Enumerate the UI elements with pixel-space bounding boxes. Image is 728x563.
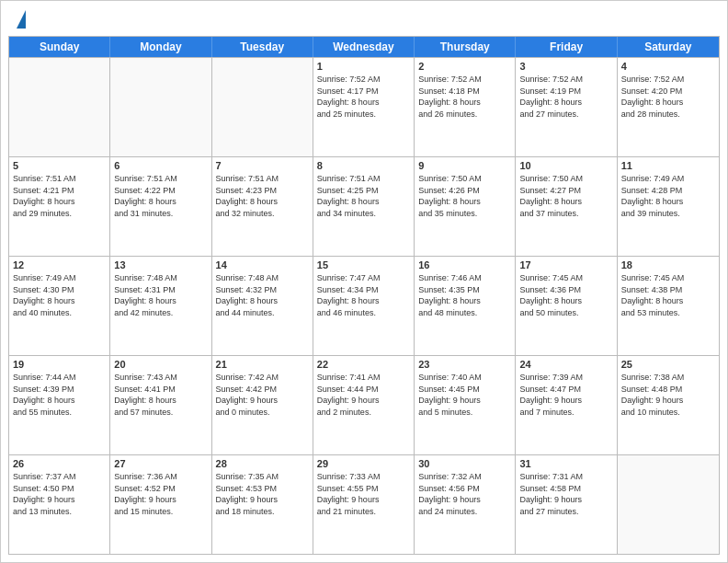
cal-cell: 1Sunrise: 7:52 AM Sunset: 4:17 PM Daylig…	[313, 58, 415, 156]
day-number: 17	[519, 259, 612, 270]
cal-header-saturday: Saturday	[618, 37, 719, 57]
day-info: Sunrise: 7:50 AM Sunset: 4:26 PM Dayligh…	[418, 173, 511, 219]
cal-cell: 12Sunrise: 7:49 AM Sunset: 4:30 PM Dayli…	[9, 257, 110, 355]
day-number: 24	[519, 359, 612, 370]
cal-cell: 17Sunrise: 7:45 AM Sunset: 4:36 PM Dayli…	[516, 257, 617, 355]
cal-cell: 3Sunrise: 7:52 AM Sunset: 4:19 PM Daylig…	[516, 58, 617, 156]
day-info: Sunrise: 7:47 AM Sunset: 4:34 PM Dayligh…	[317, 272, 410, 318]
day-number: 26	[13, 458, 106, 469]
day-info: Sunrise: 7:33 AM Sunset: 4:55 PM Dayligh…	[317, 471, 410, 517]
cal-cell: 26Sunrise: 7:37 AM Sunset: 4:50 PM Dayli…	[9, 455, 110, 554]
day-info: Sunrise: 7:45 AM Sunset: 4:36 PM Dayligh…	[519, 272, 612, 318]
day-info: Sunrise: 7:48 AM Sunset: 4:32 PM Dayligh…	[216, 272, 309, 318]
cal-cell	[212, 58, 313, 156]
cal-header-monday: Monday	[110, 37, 211, 57]
day-number: 16	[418, 259, 511, 270]
day-number: 9	[418, 160, 511, 171]
cal-cell: 4Sunrise: 7:52 AM Sunset: 4:20 PM Daylig…	[618, 58, 719, 156]
cal-cell	[110, 58, 211, 156]
calendar-body: 1Sunrise: 7:52 AM Sunset: 4:17 PM Daylig…	[9, 57, 719, 554]
cal-cell: 7Sunrise: 7:51 AM Sunset: 4:23 PM Daylig…	[212, 157, 313, 256]
day-number: 4	[621, 61, 715, 72]
cal-cell: 16Sunrise: 7:46 AM Sunset: 4:35 PM Dayli…	[415, 257, 516, 355]
cal-cell	[9, 58, 110, 156]
page: SundayMondayTuesdayWednesdayThursdayFrid…	[0, 0, 728, 563]
cal-cell: 14Sunrise: 7:48 AM Sunset: 4:32 PM Dayli…	[212, 257, 313, 355]
cal-header-tuesday: Tuesday	[212, 37, 313, 57]
day-number: 27	[114, 458, 207, 469]
day-number: 28	[216, 458, 309, 469]
day-number: 20	[114, 359, 207, 370]
cal-week-0: 1Sunrise: 7:52 AM Sunset: 4:17 PM Daylig…	[9, 57, 719, 156]
day-info: Sunrise: 7:43 AM Sunset: 4:41 PM Dayligh…	[114, 372, 207, 418]
day-number: 5	[13, 160, 106, 171]
day-info: Sunrise: 7:52 AM Sunset: 4:17 PM Dayligh…	[317, 74, 410, 120]
day-info: Sunrise: 7:49 AM Sunset: 4:30 PM Dayligh…	[13, 272, 106, 318]
day-info: Sunrise: 7:35 AM Sunset: 4:53 PM Dayligh…	[216, 471, 309, 517]
day-info: Sunrise: 7:36 AM Sunset: 4:52 PM Dayligh…	[114, 471, 207, 517]
cal-cell: 22Sunrise: 7:41 AM Sunset: 4:44 PM Dayli…	[313, 356, 415, 454]
cal-cell	[618, 455, 719, 554]
day-number: 13	[114, 259, 207, 270]
cal-week-4: 26Sunrise: 7:37 AM Sunset: 4:50 PM Dayli…	[9, 454, 719, 554]
cal-header-sunday: Sunday	[9, 37, 110, 57]
header	[1, 1, 727, 36]
cal-cell: 24Sunrise: 7:39 AM Sunset: 4:47 PM Dayli…	[516, 356, 617, 454]
day-number: 3	[519, 61, 612, 72]
cal-cell: 29Sunrise: 7:33 AM Sunset: 4:55 PM Dayli…	[313, 455, 415, 554]
day-info: Sunrise: 7:40 AM Sunset: 4:45 PM Dayligh…	[418, 372, 511, 418]
day-number: 30	[418, 458, 511, 469]
day-info: Sunrise: 7:39 AM Sunset: 4:47 PM Dayligh…	[519, 372, 612, 418]
day-number: 22	[317, 359, 410, 370]
day-info: Sunrise: 7:42 AM Sunset: 4:42 PM Dayligh…	[216, 372, 309, 418]
cal-cell: 27Sunrise: 7:36 AM Sunset: 4:52 PM Dayli…	[110, 455, 211, 554]
cal-week-3: 19Sunrise: 7:44 AM Sunset: 4:39 PM Dayli…	[9, 355, 719, 454]
day-info: Sunrise: 7:49 AM Sunset: 4:28 PM Dayligh…	[621, 173, 715, 219]
day-number: 10	[519, 160, 612, 171]
calendar-header: SundayMondayTuesdayWednesdayThursdayFrid…	[9, 37, 719, 57]
day-info: Sunrise: 7:51 AM Sunset: 4:22 PM Dayligh…	[114, 173, 207, 219]
day-info: Sunrise: 7:32 AM Sunset: 4:56 PM Dayligh…	[418, 471, 511, 517]
cal-cell: 2Sunrise: 7:52 AM Sunset: 4:18 PM Daylig…	[415, 58, 516, 156]
day-number: 7	[216, 160, 309, 171]
cal-week-1: 5Sunrise: 7:51 AM Sunset: 4:21 PM Daylig…	[9, 156, 719, 256]
day-number: 29	[317, 458, 410, 469]
day-number: 19	[13, 359, 106, 370]
cal-week-2: 12Sunrise: 7:49 AM Sunset: 4:30 PM Dayli…	[9, 256, 719, 355]
cal-cell: 13Sunrise: 7:48 AM Sunset: 4:31 PM Dayli…	[110, 257, 211, 355]
cal-cell: 19Sunrise: 7:44 AM Sunset: 4:39 PM Dayli…	[9, 356, 110, 454]
day-number: 31	[519, 458, 612, 469]
day-info: Sunrise: 7:38 AM Sunset: 4:48 PM Dayligh…	[621, 372, 715, 418]
day-info: Sunrise: 7:41 AM Sunset: 4:44 PM Dayligh…	[317, 372, 410, 418]
day-number: 15	[317, 259, 410, 270]
cal-header-wednesday: Wednesday	[313, 37, 415, 57]
calendar: SundayMondayTuesdayWednesdayThursdayFrid…	[8, 36, 720, 555]
day-info: Sunrise: 7:52 AM Sunset: 4:20 PM Dayligh…	[621, 74, 715, 120]
day-info: Sunrise: 7:51 AM Sunset: 4:21 PM Dayligh…	[13, 173, 106, 219]
cal-cell: 31Sunrise: 7:31 AM Sunset: 4:58 PM Dayli…	[516, 455, 617, 554]
cal-cell: 20Sunrise: 7:43 AM Sunset: 4:41 PM Dayli…	[110, 356, 211, 454]
day-info: Sunrise: 7:37 AM Sunset: 4:50 PM Dayligh…	[13, 471, 106, 517]
cal-cell: 11Sunrise: 7:49 AM Sunset: 4:28 PM Dayli…	[618, 157, 719, 256]
day-number: 25	[621, 359, 715, 370]
cal-cell: 25Sunrise: 7:38 AM Sunset: 4:48 PM Dayli…	[618, 356, 719, 454]
cal-cell: 10Sunrise: 7:50 AM Sunset: 4:27 PM Dayli…	[516, 157, 617, 256]
day-info: Sunrise: 7:46 AM Sunset: 4:35 PM Dayligh…	[418, 272, 511, 318]
cal-cell: 30Sunrise: 7:32 AM Sunset: 4:56 PM Dayli…	[415, 455, 516, 554]
cal-cell: 5Sunrise: 7:51 AM Sunset: 4:21 PM Daylig…	[9, 157, 110, 256]
day-number: 8	[317, 160, 410, 171]
cal-cell: 18Sunrise: 7:45 AM Sunset: 4:38 PM Dayli…	[618, 257, 719, 355]
cal-header-friday: Friday	[516, 37, 617, 57]
day-info: Sunrise: 7:31 AM Sunset: 4:58 PM Dayligh…	[519, 471, 612, 517]
day-number: 23	[418, 359, 511, 370]
day-number: 6	[114, 160, 207, 171]
cal-cell: 15Sunrise: 7:47 AM Sunset: 4:34 PM Dayli…	[313, 257, 415, 355]
day-number: 2	[418, 61, 511, 72]
day-number: 14	[216, 259, 309, 270]
cal-cell: 23Sunrise: 7:40 AM Sunset: 4:45 PM Dayli…	[415, 356, 516, 454]
day-number: 11	[621, 160, 715, 171]
cal-cell: 21Sunrise: 7:42 AM Sunset: 4:42 PM Dayli…	[212, 356, 313, 454]
cal-header-thursday: Thursday	[415, 37, 516, 57]
logo-text	[16, 10, 26, 30]
cal-cell: 9Sunrise: 7:50 AM Sunset: 4:26 PM Daylig…	[415, 157, 516, 256]
